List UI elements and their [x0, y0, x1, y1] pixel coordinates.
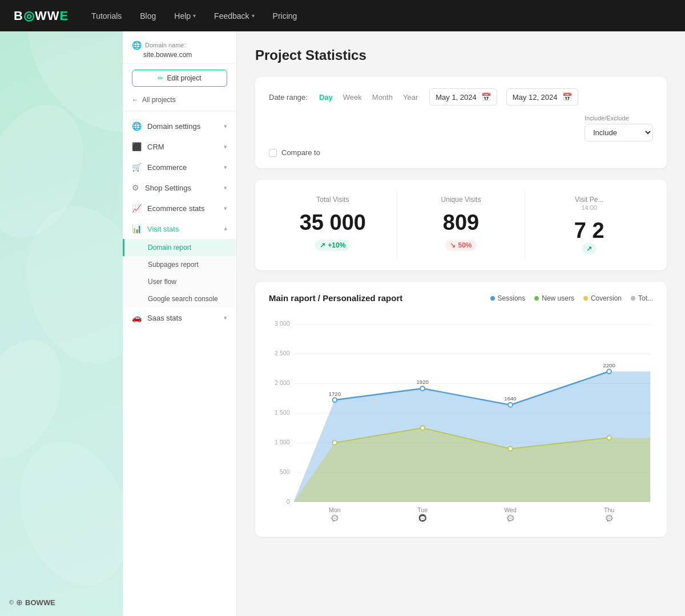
- stat-visit-partial-badge: ↗: [582, 243, 597, 254]
- ecommerce-icon: 🛒: [132, 163, 142, 172]
- svg-text:1920: 1920: [417, 379, 429, 385]
- back-to-projects[interactable]: ← All projects: [123, 92, 236, 111]
- sidebar-item-domain-settings[interactable]: 🌐 Domain settings ▾: [123, 116, 236, 136]
- svg-text:Tue: Tue: [417, 506, 428, 513]
- legend-total: Tot...: [631, 294, 653, 302]
- include-exclude-section: Include/Exclude Include Exclude: [585, 115, 653, 141]
- sessions-legend-dot: [490, 296, 495, 301]
- end-date-input[interactable]: May 12, 2024 📅: [506, 88, 578, 106]
- sidebar-domain-url: site.bowwe.com: [143, 51, 227, 59]
- submenu-item-user-flow[interactable]: User flow: [123, 273, 236, 290]
- date-range-label: Date range:: [269, 93, 308, 102]
- footer-logo: © ⊕ BOWWE: [9, 598, 55, 607]
- navbar-links: Tutorials Blog Help ▾ Feedback ▾ Pricing: [91, 11, 297, 21]
- edit-project-button[interactable]: ✏ Edit project: [132, 70, 227, 87]
- saas-stats-icon: 🚗: [132, 313, 142, 322]
- trend-down-icon: ↘: [450, 241, 456, 249]
- svg-text:1 000: 1 000: [275, 439, 290, 445]
- visit-stats-icon: 📊: [132, 224, 142, 233]
- sidebar-domain-label: 🌐 Domain name:: [132, 40, 227, 50]
- start-date-input[interactable]: May 1, 2024 📅: [429, 88, 497, 106]
- footer-logo-text: BOWWE: [25, 598, 55, 607]
- submenu-item-subpages-report[interactable]: Subpages report: [123, 256, 236, 273]
- sidebar-menu: 🌐 Domain settings ▾ ⬛ CRM ▾ 🛒 Ecommerce …: [123, 111, 236, 333]
- calendar-icon: 📅: [481, 92, 491, 102]
- svg-point-25: [333, 398, 337, 402]
- help-chevron-icon: ▾: [193, 13, 196, 19]
- sidebar-item-ecommerce[interactable]: 🛒 Ecommerce ▾: [123, 157, 236, 177]
- svg-text:💬: 💬: [507, 515, 514, 522]
- shop-settings-icon: ⚙: [132, 183, 139, 192]
- submenu-item-domain-report[interactable]: Domain report: [123, 239, 236, 256]
- date-range-options: Day Week Month Year: [317, 92, 420, 103]
- stat-visit-partial-label: Visit Pe... 14:00: [534, 196, 644, 212]
- svg-point-32: [607, 436, 611, 440]
- include-exclude-select[interactable]: Include Exclude: [585, 124, 653, 141]
- ecommerce-stats-icon: 📈: [132, 204, 142, 213]
- logo[interactable]: B◎WWE: [14, 9, 68, 23]
- date-opt-year[interactable]: Year: [401, 92, 420, 103]
- svg-point-31: [508, 447, 513, 451]
- include-exclude-label: Include/Exclude: [585, 115, 629, 121]
- footer-cc-icon: ⊕: [16, 598, 23, 607]
- svg-text:2 000: 2 000: [275, 379, 290, 386]
- back-arrow-icon: ←: [132, 96, 139, 104]
- stat-unique-visits: Unique Visits 809 ↘ 50%: [397, 191, 526, 259]
- trend-up-icon2: ↗: [586, 245, 592, 253]
- stat-visit-partial-value: 7 2: [534, 218, 644, 243]
- sidebar-item-shop-settings[interactable]: ⚙ Shop Settings ▾: [123, 177, 236, 198]
- legend-sessions: Sessions: [490, 294, 526, 302]
- date-opt-month[interactable]: Month: [370, 92, 395, 103]
- sidebar-domain-section: 🌐 Domain name: site.bowwe.com: [123, 31, 236, 64]
- trend-up-icon: ↗: [320, 241, 325, 249]
- stat-total-visits-value: 35 000: [278, 210, 388, 235]
- sidebar-item-visit-stats[interactable]: 📊 Visit stats ▾: [123, 218, 236, 239]
- sidebar-item-ecommerce-stats[interactable]: 📈 Ecommerce stats ▾: [123, 198, 236, 218]
- stat-total-visits: Total Visits 35 000 ↗ +10%: [269, 191, 397, 259]
- total-legend-dot: [631, 296, 635, 301]
- chart-container: 3 000 2 500 2 000 1 500 1 000 500 0: [269, 312, 653, 525]
- ecommerce-chevron-icon: ▾: [224, 164, 227, 171]
- svg-text:2200: 2200: [603, 362, 615, 368]
- new-users-legend-dot: [534, 296, 539, 301]
- compare-label: Compare to: [281, 148, 320, 157]
- svg-point-26: [420, 386, 425, 391]
- logo-accent2: E: [59, 9, 68, 23]
- date-opt-day[interactable]: Day: [317, 92, 335, 103]
- svg-point-28: [607, 369, 611, 374]
- nav-tutorials[interactable]: Tutorials: [91, 11, 122, 21]
- stat-unique-visits-badge: ↘ 50%: [445, 240, 476, 251]
- svg-text:1720: 1720: [329, 391, 341, 397]
- nav-feedback[interactable]: Feedback ▾: [214, 11, 254, 21]
- svg-text:2 500: 2 500: [275, 350, 290, 356]
- nav-blog[interactable]: Blog: [140, 11, 156, 21]
- svg-text:500: 500: [280, 468, 290, 475]
- stat-unique-visits-label: Unique Visits: [406, 196, 516, 204]
- svg-point-30: [420, 425, 425, 430]
- stat-unique-visits-value: 809: [406, 210, 516, 235]
- submenu-item-google-search-console[interactable]: Google search console: [123, 290, 236, 307]
- svg-text:💬: 💬: [606, 515, 613, 522]
- date-opt-week[interactable]: Week: [341, 92, 364, 103]
- legend-conversion: Coversion: [583, 294, 622, 302]
- crm-icon: ⬛: [132, 142, 142, 151]
- sidebar: 🌐 Domain name: site.bowwe.com ✏ Edit pro…: [123, 31, 237, 616]
- filter-card: Date range: Day Week Month Year May 1, 2…: [255, 77, 667, 168]
- footer-copyright-icon: ©: [9, 599, 14, 606]
- bg-decoration: [0, 0, 123, 616]
- nav-help[interactable]: Help ▾: [174, 11, 196, 21]
- svg-text:💬: 💬: [332, 515, 338, 522]
- start-date-value: May 1, 2024: [436, 93, 477, 102]
- compare-checkbox[interactable]: [269, 149, 277, 157]
- end-date-value: May 12, 2024: [513, 93, 558, 102]
- sidebar-item-crm[interactable]: ⬛ CRM ▾: [123, 136, 236, 157]
- ecommerce-stats-chevron-icon: ▾: [224, 205, 227, 212]
- svg-text:Thu: Thu: [604, 506, 614, 513]
- nav-pricing[interactable]: Pricing: [273, 11, 297, 21]
- sidebar-item-saas-stats[interactable]: 🚗 Saas stats ▾: [123, 307, 236, 328]
- visit-stats-chevron-icon: ▾: [224, 225, 227, 233]
- edit-icon: ✏: [158, 74, 163, 82]
- stats-card: Total Visits 35 000 ↗ +10% Unique Visits…: [255, 180, 667, 270]
- filter-row: Date range: Day Week Month Year May 1, 2…: [269, 88, 653, 141]
- stat-visit-partial: Visit Pe... 14:00 7 2 ↗: [525, 191, 653, 259]
